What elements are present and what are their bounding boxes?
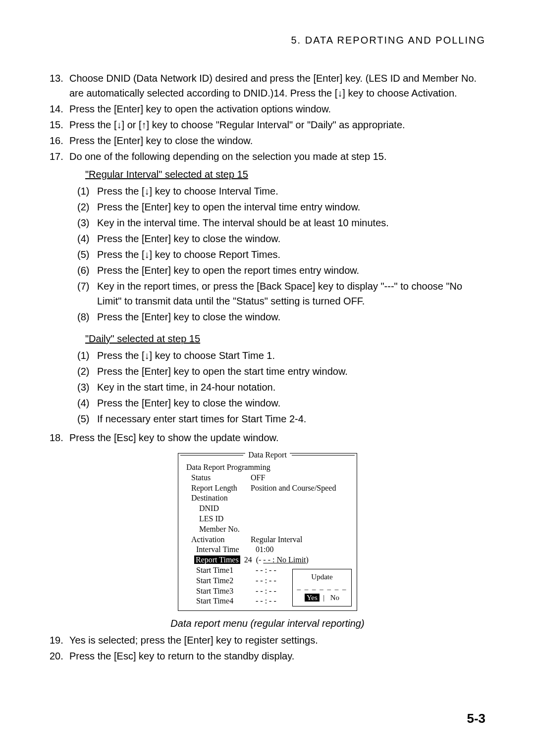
dialog-title: Data Report (245, 449, 290, 461)
sub-text: Press the [Enter] key to open the start … (97, 364, 485, 379)
step-text: Press the [Enter] key to close the windo… (67, 133, 485, 148)
substep-a2: (2) Press the [Enter] key to open the in… (77, 200, 485, 214)
sub-text: Press the [Enter] key to close the windo… (97, 396, 485, 410)
sub-text: Press the [↓] key to choose Interval Tim… (97, 184, 485, 199)
divider (292, 455, 355, 455)
sub-text: Press the [Enter] key to open the report… (97, 263, 485, 278)
step-16: 16. Press the [Enter] key to close the w… (50, 133, 485, 148)
sub-num: (2) (77, 364, 97, 379)
update-popup: Update _ _ _ _ _ _ _ Yes | No (292, 569, 352, 606)
substep-a3: (3) Key in the interval time. The interv… (77, 215, 485, 230)
subheading-daily: "Daily" selected at step 15 (85, 331, 485, 346)
label-start-time4: Start Time4 (182, 596, 256, 606)
step-text: Press the [Enter] key to open the activa… (67, 101, 485, 116)
value-interval-time: 01:00 (256, 545, 353, 555)
value-close-paren: ) (306, 555, 309, 564)
label-interval-time: Interval Time (182, 545, 256, 555)
divider (180, 455, 243, 455)
label-destination: Destination (182, 493, 251, 504)
value-activation: Regular Interval (251, 535, 353, 545)
figure-caption: Data report menu (regular interval repor… (170, 616, 364, 631)
sub-text: If necessary enter start times for Start… (97, 411, 485, 426)
sub-num: (4) (77, 396, 97, 410)
label-status: Status (182, 473, 251, 483)
label-start-time1: Start Time1 (182, 565, 256, 576)
step-14: 14. Press the [Enter] key to open the ac… (50, 101, 485, 116)
sub-text: Key in the start time, in 24-hour notati… (97, 380, 485, 395)
sub-num: (7) (77, 279, 97, 308)
sub-num: (6) (77, 263, 97, 278)
step-num: 17. (50, 149, 67, 164)
step-17: 17. Do one of the following depending on… (50, 149, 485, 164)
substep-b2: (2) Press the [Enter] key to open the st… (77, 364, 485, 379)
step-num: 18. (50, 430, 67, 445)
sub-num: (3) (77, 380, 97, 395)
sub-num: (2) (77, 200, 97, 214)
sub-text: Press the [Enter] key to close the windo… (97, 231, 485, 246)
sub-num: (3) (77, 215, 97, 230)
no-button[interactable]: No (330, 594, 339, 602)
sub-num: (1) (77, 184, 97, 199)
substep-b1: (1) Press the [↓] key to choose Start Ti… (77, 348, 485, 363)
label-activation: Activation (182, 535, 251, 545)
sub-num: (5) (77, 411, 97, 426)
sub-num: (1) (77, 348, 97, 363)
dialog-heading: Data Report Programming (182, 462, 353, 473)
yes-button[interactable]: Yes (305, 594, 320, 602)
step-18: 18. Press the [Esc] key to show the upda… (50, 430, 485, 445)
substep-b4: (4) Press the [Enter] key to close the w… (77, 396, 485, 410)
sub-num: (5) (77, 247, 97, 262)
button-separator: | (321, 594, 328, 602)
sub-text: Key in the report times, or press the [B… (97, 279, 485, 308)
step-19: 19. Yes is selected; press the [Enter] k… (50, 633, 485, 648)
step-15: 15. Press the [↓] or [↑] key to choose "… (50, 117, 485, 132)
label-report-times-selected: Report Times (194, 555, 240, 564)
step-text: Press the [Esc] key to return to the sta… (67, 649, 485, 663)
label-dnid: DNID (182, 504, 259, 514)
label-report-length: Report Length (182, 483, 251, 494)
step-num: 15. (50, 117, 67, 132)
divider: _ _ _ _ _ _ _ (296, 585, 348, 589)
page-header: 5. DATA REPORTING AND POLLING (50, 35, 485, 46)
label-start-time3: Start Time3 (182, 586, 256, 597)
substep-a7: (7) Key in the report times, or press th… (77, 279, 485, 308)
value-no-limit: - - : No Limit (263, 555, 306, 564)
label-start-time2: Start Time2 (182, 576, 256, 586)
step-text: Yes is selected; press the [Enter] key t… (67, 633, 485, 648)
substep-a6: (6) Press the [Enter] key to open the re… (77, 263, 485, 278)
substep-a5: (5) Press the [↓] key to choose Report T… (77, 247, 485, 262)
substep-b3: (3) Key in the start time, in 24-hour no… (77, 380, 485, 395)
step-num: 13. (50, 71, 67, 101)
step-text: Press the [↓] or [↑] key to choose "Regu… (67, 117, 485, 132)
sub-text: Press the [↓] key to choose Start Time 1… (97, 348, 485, 363)
sub-num: (8) (77, 309, 97, 324)
subheading-regular: "Regular Interval" selected at step 15 (85, 167, 485, 182)
step-text: Choose DNID (Data Network ID) desired an… (67, 71, 485, 101)
sub-text: Press the [↓] key to choose Report Times… (97, 247, 485, 262)
sub-text: Press the [Enter] key to close the windo… (97, 309, 485, 324)
sub-text: Press the [Enter] key to open the interv… (97, 200, 485, 214)
value-status: OFF (251, 473, 353, 483)
page-number: 5-3 (467, 711, 485, 726)
step-13: 13. Choose DNID (Data Network ID) desire… (50, 71, 485, 101)
substep-a8: (8) Press the [Enter] key to close the w… (77, 309, 485, 324)
sub-num: (4) (77, 231, 97, 246)
data-report-dialog: Data Report Data Report Programming Stat… (178, 453, 357, 611)
sub-text: Key in the interval time. The interval s… (97, 215, 485, 230)
value-report-times: 24 (- - - : No Limit) (240, 555, 353, 565)
step-text: Press the [Esc] key to show the update w… (67, 430, 485, 445)
step-num: 20. (50, 649, 67, 663)
step-num: 19. (50, 633, 67, 648)
value-report-length: Position and Course/Speed (251, 483, 353, 494)
substep-b5: (5) If necessary enter start times for S… (77, 411, 485, 426)
step-num: 14. (50, 101, 67, 116)
value-report-times-num: 24 (- (240, 555, 264, 564)
substep-a1: (1) Press the [↓] key to choose Interval… (77, 184, 485, 199)
step-20: 20. Press the [Esc] key to return to the… (50, 649, 485, 663)
step-num: 16. (50, 133, 67, 148)
substep-a4: (4) Press the [Enter] key to close the w… (77, 231, 485, 246)
label-les-id: LES ID (182, 514, 259, 524)
step-text: Do one of the following depending on the… (67, 149, 485, 164)
label-member-no: Member No. (182, 524, 268, 535)
